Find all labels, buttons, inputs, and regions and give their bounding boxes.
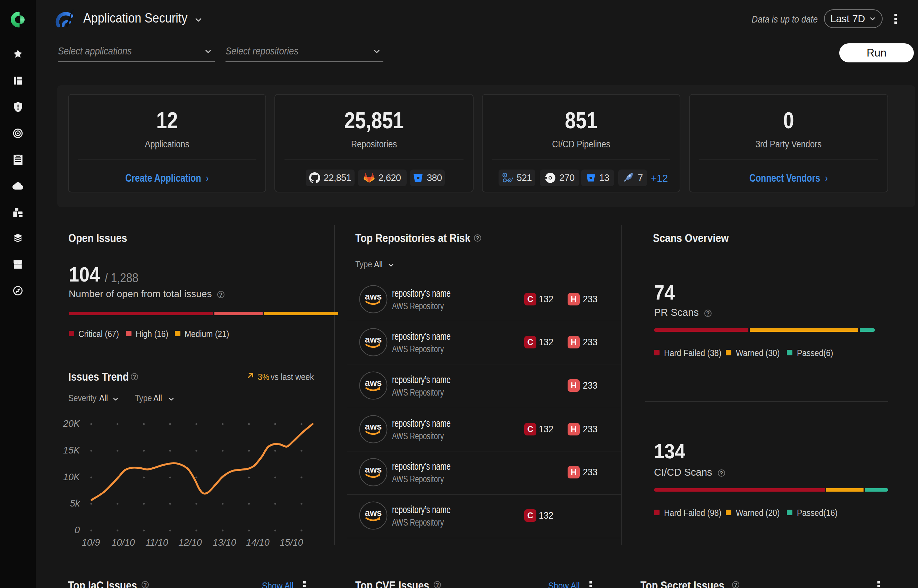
svg-text:aws: aws [364,291,382,302]
svg-text:aws: aws [364,507,382,518]
svg-text:aws: aws [364,421,382,431]
svg-text:aws: aws [364,378,382,388]
svg-text:aws: aws [364,334,382,345]
svg-text:aws: aws [364,464,382,475]
